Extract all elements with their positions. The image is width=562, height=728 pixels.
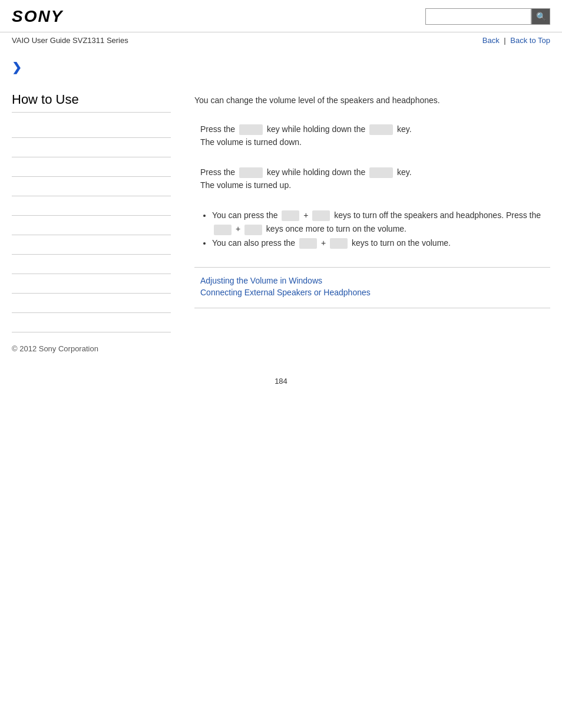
list-item xyxy=(12,177,171,196)
list-item xyxy=(12,294,171,313)
instruction-up-line2: The volume is turned up. xyxy=(200,179,550,192)
list-item xyxy=(12,313,171,332)
page-number: 184 xyxy=(0,365,562,397)
key2-placeholder xyxy=(369,124,393,135)
sony-logo: SONY xyxy=(12,7,63,26)
key-post-label2: key. xyxy=(397,167,412,177)
breadcrumb-left: VAIO User Guide SVZ1311 Series xyxy=(12,36,128,45)
bullet-item-1: You can press the + keys to turn off the… xyxy=(212,209,550,237)
key8-placeholder xyxy=(244,225,262,235)
separator: | xyxy=(504,36,505,45)
related-link-2[interactable]: Connecting External Speakers or Headphon… xyxy=(200,288,544,297)
key1-placeholder xyxy=(239,124,263,135)
sidebar-link[interactable] xyxy=(12,221,14,230)
sidebar: ❯ How to Use xyxy=(12,48,183,332)
key9-placeholder xyxy=(299,238,317,249)
back-to-top-link[interactable]: Back to Top xyxy=(510,36,550,45)
list-item xyxy=(12,235,171,255)
sidebar-link[interactable] xyxy=(12,241,14,249)
header: SONY 🔍 xyxy=(0,0,562,32)
list-item xyxy=(12,157,171,177)
sidebar-link[interactable] xyxy=(12,124,14,133)
key7-placeholder xyxy=(214,225,232,235)
sidebar-link[interactable] xyxy=(12,182,14,191)
press-the-label: Press the xyxy=(200,124,235,134)
related-link-1[interactable]: Adjusting the Volume in Windows xyxy=(200,276,544,285)
key6-placeholder xyxy=(312,210,330,221)
volume-down-block: Press the key while holding down the key… xyxy=(194,123,550,149)
list-item xyxy=(12,255,171,274)
breadcrumb-bar: VAIO User Guide SVZ1311 Series Back | Ba… xyxy=(0,32,562,48)
back-link[interactable]: Back xyxy=(482,36,500,45)
footer: © 2012 Sony Corporation xyxy=(0,332,562,365)
sidebar-link[interactable] xyxy=(12,299,14,308)
chevron-icon: ❯ xyxy=(12,60,171,74)
instruction-up-line1: Press the key while holding down the key… xyxy=(200,166,550,179)
search-container: 🔍 xyxy=(425,8,550,25)
main-content: ❯ How to Use You can change the volume l… xyxy=(0,48,562,332)
sidebar-link[interactable] xyxy=(12,202,14,210)
content-intro: You can change the volume level of the s… xyxy=(194,95,550,105)
sidebar-link[interactable] xyxy=(12,163,14,172)
instruction-down-line2: The volume is turned down. xyxy=(200,136,550,149)
sidebar-section-title: How to Use xyxy=(12,92,171,113)
instruction-down-line1: Press the key while holding down the key… xyxy=(200,123,550,136)
related-links-section: Adjusting the Volume in Windows Connecti… xyxy=(194,267,550,308)
list-item xyxy=(12,196,171,216)
copyright-text: © 2012 Sony Corporation xyxy=(12,344,98,353)
key4-placeholder xyxy=(369,167,393,178)
press-the-label2: Press the xyxy=(200,167,235,177)
key3-placeholder xyxy=(239,167,263,178)
breadcrumb-right: Back | Back to Top xyxy=(482,36,550,45)
key-post-label: key. xyxy=(397,124,412,134)
sidebar-links xyxy=(12,118,171,332)
search-input[interactable] xyxy=(425,8,531,25)
sidebar-link[interactable] xyxy=(12,260,14,269)
bullet-item-2: You can also press the + keys to turn on… xyxy=(212,236,550,251)
sidebar-link[interactable] xyxy=(12,143,14,152)
search-button[interactable]: 🔍 xyxy=(531,8,550,25)
volume-up-block: Press the key while holding down the key… xyxy=(194,166,550,192)
list-item xyxy=(12,274,171,294)
key-mid-label: key while holding down the xyxy=(267,124,365,134)
list-item xyxy=(12,118,171,138)
content-area: You can change the volume level of the s… xyxy=(183,48,550,332)
key5-placeholder xyxy=(282,210,299,221)
key-mid-label2: key while holding down the xyxy=(267,167,365,177)
list-item xyxy=(12,216,171,235)
key10-placeholder xyxy=(330,238,348,249)
sidebar-link[interactable] xyxy=(12,318,14,327)
sidebar-link[interactable] xyxy=(12,279,14,288)
search-icon: 🔍 xyxy=(536,12,546,21)
bullet-section: You can press the + keys to turn off the… xyxy=(194,209,550,251)
list-item xyxy=(12,138,171,157)
